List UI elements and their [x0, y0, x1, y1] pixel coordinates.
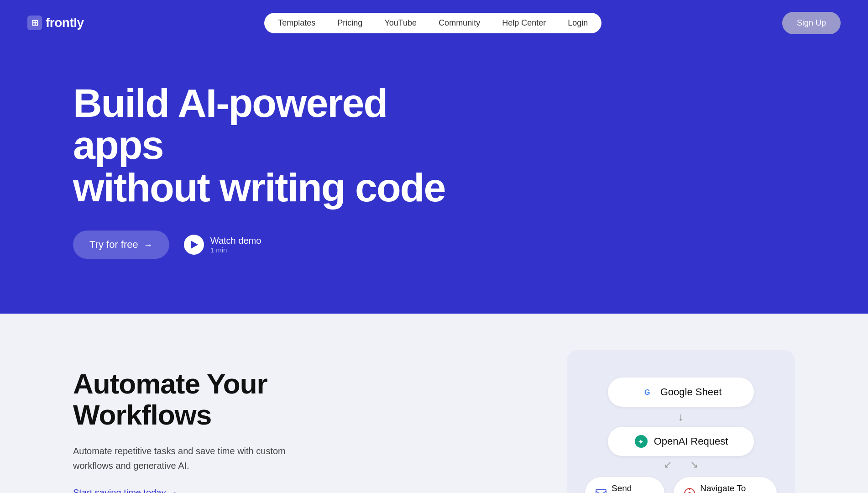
- cta-label: Start saving time today: [73, 488, 166, 493]
- play-button[interactable]: [184, 235, 204, 255]
- workflow-bottom-row: Send Email Navigate To Page: [585, 477, 777, 493]
- watch-demo-text: Watch demo 1 min: [210, 236, 261, 254]
- watch-demo-label: Watch demo: [210, 236, 261, 246]
- signup-button[interactable]: Sign Up: [782, 12, 841, 34]
- lower-section: Automate Your Workflows Automate repetit…: [0, 314, 868, 493]
- lower-text: Automate Your Workflows Automate repetit…: [73, 350, 530, 493]
- openai-request-label: OpenAI Request: [654, 435, 728, 447]
- workflow-step-send-email: Send Email: [585, 477, 664, 493]
- cta-arrow-icon: →: [168, 488, 178, 493]
- hero-section: Build AI-powered apps without writing co…: [0, 46, 868, 314]
- hero-title-line2: without writing code: [73, 165, 445, 210]
- nav-community[interactable]: Community: [439, 18, 480, 28]
- arrow-right-icon: →: [144, 240, 153, 250]
- svg-text:✦: ✦: [638, 438, 643, 446]
- email-icon: [595, 488, 607, 493]
- nav-login[interactable]: Login: [568, 18, 588, 28]
- logo[interactable]: ⊞ frontly: [27, 16, 84, 30]
- header: ⊞ frontly Templates Pricing YouTube Comm…: [0, 0, 868, 46]
- workflow-step-navigate: Navigate To Page: [674, 477, 777, 493]
- cta-link[interactable]: Start saving time today →: [73, 488, 178, 493]
- lower-description: Automate repetitive tasks and save time …: [73, 444, 310, 473]
- main-nav: Templates Pricing YouTube Community Help…: [264, 13, 601, 33]
- svg-text:G: G: [644, 388, 650, 396]
- play-triangle-icon: [191, 241, 198, 249]
- google-sheet-label: Google Sheet: [660, 386, 722, 398]
- try-free-button[interactable]: Try for free →: [73, 231, 169, 259]
- lower-title-line1: Automate Your: [73, 368, 267, 399]
- navigate-to-page-label: Navigate To Page: [700, 483, 767, 493]
- navigate-icon: [684, 488, 695, 493]
- hero-actions: Try for free → Watch demo 1 min: [73, 231, 795, 259]
- workflow-step-google-sheet: G Google Sheet: [608, 378, 754, 407]
- workflow-step-openai: ✦ OpenAI Request: [608, 427, 754, 456]
- watch-demo[interactable]: Watch demo 1 min: [184, 235, 261, 255]
- logo-icon: ⊞: [27, 16, 42, 30]
- watch-demo-sub: 1 min: [210, 246, 261, 254]
- lower-title-line2: Workflows: [73, 399, 211, 430]
- nav-templates[interactable]: Templates: [278, 18, 315, 28]
- arrow-down-1: ↓: [678, 410, 684, 423]
- nav-youtube[interactable]: YouTube: [384, 18, 417, 28]
- openai-icon: ✦: [634, 434, 648, 449]
- flow-split-arrows: ↙ ↘: [664, 459, 698, 471]
- split-arrow-right: ↘: [690, 459, 698, 471]
- lower-title: Automate Your Workflows: [73, 368, 530, 430]
- hero-title: Build AI-powered apps without writing co…: [73, 82, 484, 209]
- try-free-label: Try for free: [89, 239, 138, 251]
- workflow-card: G Google Sheet ↓ ✦ OpenAI Request ↙ ↘: [567, 350, 795, 493]
- hero-title-line1: Build AI-powered apps: [73, 80, 387, 168]
- google-icon: G: [640, 385, 655, 399]
- nav-helpcenter[interactable]: Help Center: [502, 18, 546, 28]
- brand-name: frontly: [46, 16, 84, 30]
- send-email-label: Send Email: [612, 483, 654, 493]
- split-arrow-left: ↙: [664, 459, 672, 471]
- nav-pricing[interactable]: Pricing: [337, 18, 362, 28]
